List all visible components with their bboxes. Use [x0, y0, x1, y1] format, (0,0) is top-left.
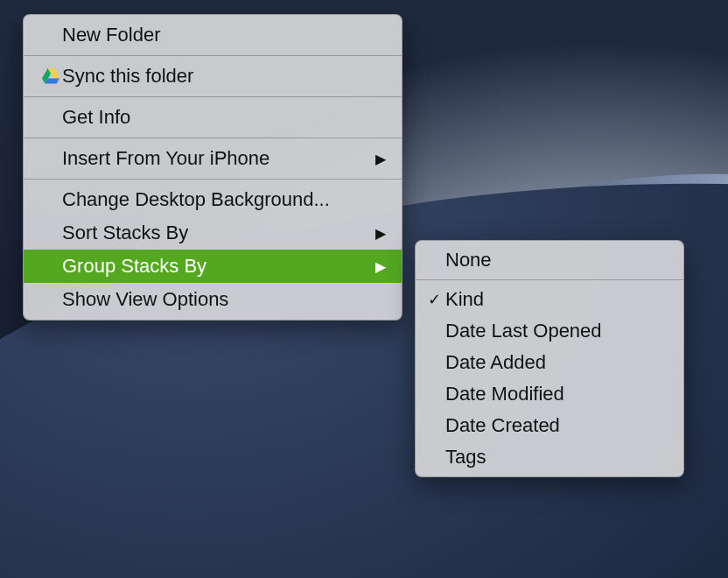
submenu-item-tags[interactable]: Tags: [416, 441, 683, 473]
menu-item-label: New Folder: [62, 24, 386, 46]
menu-item-label: Change Desktop Background...: [62, 188, 386, 211]
menu-item-label: Insert From Your iPhone: [62, 147, 347, 170]
google-drive-icon: [39, 68, 62, 84]
menu-separator: [24, 179, 402, 180]
menu-separator: [24, 137, 402, 138]
menu-separator: [24, 55, 402, 56]
submenu-item-date-added[interactable]: Date Added: [416, 347, 683, 378]
menu-item-label: Date Created: [445, 414, 668, 437]
submenu-arrow-icon: ▶: [374, 258, 386, 275]
checkmark-icon: ✓: [423, 290, 445, 309]
menu-item-new-folder[interactable]: New Folder: [24, 18, 402, 52]
menu-item-show-view-options[interactable]: Show View Options: [24, 283, 402, 316]
menu-item-label: Date Modified: [445, 383, 668, 405]
menu-item-insert-from-iphone[interactable]: Insert From Your iPhone ▶: [24, 142, 402, 175]
desktop-context-menu: New Folder Sync this folder Get Info Ins…: [23, 14, 402, 321]
submenu-item-date-modified[interactable]: Date Modified: [416, 378, 683, 410]
menu-item-get-info[interactable]: Get Info: [24, 101, 402, 134]
menu-item-sync-folder[interactable]: Sync this folder: [24, 60, 402, 93]
submenu-item-date-created[interactable]: Date Created: [416, 410, 683, 441]
menu-item-sort-stacks-by[interactable]: Sort Stacks By ▶: [24, 216, 402, 250]
menu-separator: [416, 279, 683, 280]
menu-item-label: Sync this folder: [62, 65, 386, 88]
menu-separator: [24, 96, 402, 97]
submenu-item-none[interactable]: None: [416, 244, 683, 276]
menu-item-label: Date Added: [445, 351, 668, 374]
menu-item-label: Sort Stacks By: [62, 222, 347, 244]
menu-item-change-desktop-background[interactable]: Change Desktop Background...: [24, 183, 402, 216]
submenu-arrow-icon: ▶: [374, 225, 386, 242]
menu-item-label: Get Info: [62, 106, 386, 129]
menu-item-label: Tags: [445, 446, 668, 469]
submenu-arrow-icon: ▶: [374, 151, 386, 167]
menu-item-label: Date Last Opened: [445, 320, 668, 342]
menu-item-label: Group Stacks By: [62, 255, 347, 278]
group-stacks-by-submenu: None ✓ Kind Date Last Opened Date Added …: [415, 240, 684, 477]
menu-item-label: Show View Options: [62, 288, 386, 311]
menu-item-group-stacks-by[interactable]: Group Stacks By ▶: [24, 250, 402, 283]
submenu-item-kind[interactable]: ✓ Kind: [416, 284, 683, 315]
menu-item-label: None: [445, 249, 668, 271]
menu-item-label: Kind: [445, 288, 668, 311]
submenu-item-date-last-opened[interactable]: Date Last Opened: [416, 315, 683, 347]
